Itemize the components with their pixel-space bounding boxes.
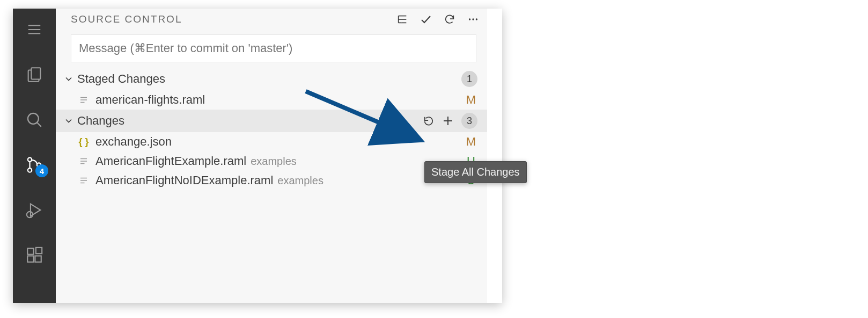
extensions-icon[interactable] [13, 238, 56, 272]
svg-line-5 [37, 122, 41, 127]
file-lines-icon [77, 174, 90, 187]
discard-all-icon[interactable] [421, 113, 437, 129]
svg-point-23 [476, 18, 477, 20]
count-badge: 3 [461, 113, 477, 129]
count-badge: 1 [461, 71, 477, 87]
refresh-icon[interactable] [443, 13, 456, 26]
chevron-down-icon [61, 113, 76, 128]
scm-actions [396, 13, 480, 26]
source-control-icon[interactable]: 4 [13, 148, 56, 182]
file-name: AmericanFlightExample.raml [95, 154, 246, 168]
svg-rect-12 [27, 256, 33, 262]
search-icon[interactable] [13, 103, 56, 136]
activity-bar: 4 [13, 9, 56, 303]
svg-point-22 [472, 18, 474, 20]
svg-rect-11 [27, 248, 33, 254]
commit-icon[interactable] [420, 13, 432, 26]
file-lines-icon [77, 155, 90, 168]
section-changes[interactable]: Changes 3 [56, 110, 487, 132]
menu-icon[interactable] [13, 13, 56, 46]
svg-point-4 [28, 113, 39, 124]
scm-header: SOURCE CONTROL [56, 9, 487, 31]
file-dir: examples [251, 155, 297, 168]
commit-message-input[interactable] [71, 34, 476, 62]
scm-badge: 4 [35, 164, 48, 177]
file-row[interactable]: american-flights.raml M [56, 90, 487, 110]
svg-marker-9 [31, 204, 40, 216]
section-label: Staged Changes [77, 72, 165, 86]
status-modified: M [465, 135, 477, 149]
more-actions-icon[interactable] [467, 13, 480, 26]
svg-point-10 [27, 212, 33, 218]
vscode-window: 4 SOURCE CONTROL [13, 9, 502, 303]
stage-all-icon[interactable] [440, 113, 456, 129]
file-name: american-flights.raml [95, 93, 205, 107]
svg-rect-14 [36, 248, 42, 254]
svg-point-6 [28, 157, 32, 161]
file-row[interactable]: AmericanFlightNoIDExample.raml examples … [56, 171, 487, 190]
debug-icon[interactable] [13, 193, 56, 227]
status-modified: M [465, 93, 477, 107]
file-json-icon: { } [77, 135, 90, 148]
file-row[interactable]: AmericanFlightExample.raml examples U [56, 151, 487, 171]
file-lines-icon [77, 93, 90, 106]
chevron-down-icon [61, 71, 76, 86]
explorer-icon[interactable] [13, 58, 56, 91]
file-dir: examples [277, 175, 323, 187]
file-name: exchange.json [95, 135, 172, 149]
svg-rect-3 [31, 68, 40, 79]
view-as-tree-icon[interactable] [396, 13, 409, 26]
svg-point-21 [469, 18, 470, 20]
section-staged-changes[interactable]: Staged Changes 1 [56, 68, 487, 90]
file-row[interactable]: { } exchange.json M [56, 132, 487, 151]
tooltip-stage-all: Stage All Changes [424, 161, 527, 183]
scm-title: SOURCE CONTROL [71, 13, 182, 25]
svg-point-7 [28, 168, 32, 172]
file-name: AmericanFlightNoIDExample.raml [95, 174, 273, 187]
svg-rect-13 [35, 256, 41, 262]
scm-panel: SOURCE CONTROL Stag [56, 9, 502, 303]
section-label: Changes [77, 114, 124, 128]
